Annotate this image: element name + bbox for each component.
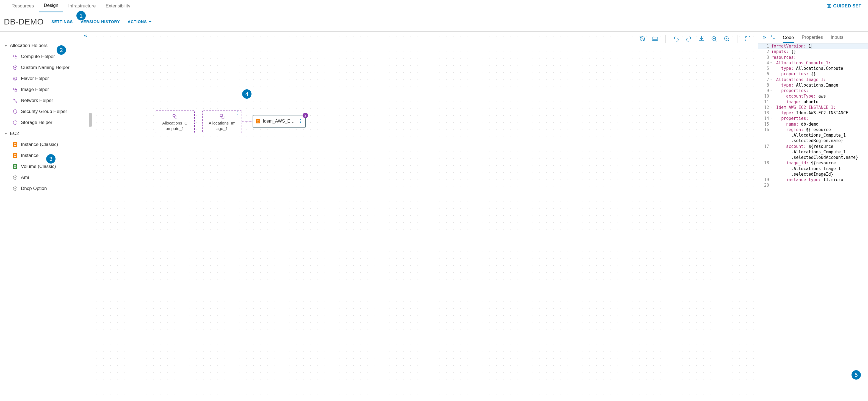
- flavor-helper-icon: [13, 76, 18, 81]
- image-helper-icon: [13, 87, 18, 92]
- palette-item-label: Instance (Classic): [21, 142, 58, 147]
- svg-point-16: [175, 116, 177, 118]
- palette-item-label: Security Group Helper: [21, 109, 67, 114]
- section-allocation-helpers[interactable]: Allocation Helpers: [0, 40, 91, 51]
- cube-icon: [13, 175, 18, 180]
- palette-item-storage-helper[interactable]: Storage Helper: [0, 117, 91, 128]
- caret-down-icon: [4, 133, 7, 136]
- design-canvas[interactable]: ⋮ Allocations_Compute_1 ⋮ Allocations_Im…: [91, 32, 758, 401]
- zoom-in-icon[interactable]: [711, 35, 717, 42]
- palette-item-ami[interactable]: Ami: [0, 172, 91, 183]
- node-label: Allocations_Image_1: [204, 120, 240, 131]
- node-menu-icon[interactable]: ⋮: [188, 112, 192, 114]
- canvas-toolbar: [638, 32, 753, 46]
- expand-icon[interactable]: [770, 35, 775, 40]
- code-editor[interactable]: 1formatVersion: 12inputs: {}3▾resources:…: [758, 43, 868, 401]
- palette-item-label: Instance: [21, 153, 38, 158]
- section-label: Allocation Helpers: [10, 43, 48, 49]
- svg-point-3: [13, 77, 17, 80]
- map-icon: [827, 4, 832, 8]
- palette-item-label: Volume (Classic): [21, 164, 56, 169]
- palette-item-dhcp-option[interactable]: Dhcp Option: [0, 183, 91, 194]
- canvas-scrollbar-thumb[interactable]: [90, 113, 92, 127]
- instance-icon: [13, 153, 17, 158]
- palette-item-volume-classic[interactable]: Volume (Classic): [0, 161, 91, 172]
- cube-icon: [13, 186, 18, 191]
- tab-infrastructure[interactable]: Infrastructure: [63, 0, 101, 12]
- node-label: Idem_AWS_EC...: [263, 119, 296, 124]
- version-history-link[interactable]: VERSION HISTORY: [81, 20, 120, 24]
- palette-item-instance-classic[interactable]: Instance (Classic): [0, 139, 91, 150]
- title-bar: DB-DEMO SETTINGS VERSION HISTORY ACTIONS…: [0, 12, 868, 32]
- volume-icon: [13, 164, 17, 169]
- top-nav: Resources Design Infrastructure Extensib…: [0, 0, 868, 12]
- svg-rect-12: [652, 37, 658, 40]
- section-label: EC2: [10, 131, 19, 136]
- callout-5: 5: [851, 370, 861, 379]
- svg-point-10: [14, 165, 16, 166]
- redo-icon[interactable]: [685, 35, 692, 42]
- tab-design[interactable]: Design: [39, 0, 63, 12]
- code-panel: Code Properties Inputs 1formatVersion: 1…: [758, 32, 868, 401]
- zoom-out-icon[interactable]: [723, 35, 730, 42]
- palette-item-label: Flavor Helper: [21, 76, 49, 81]
- security-helper-icon: [13, 109, 18, 114]
- node-menu-icon[interactable]: ⋮: [298, 120, 303, 122]
- code-tab-properties[interactable]: Properties: [802, 35, 823, 40]
- settings-link[interactable]: SETTINGS: [52, 20, 73, 24]
- palette-item-compute-helper[interactable]: Compute Helper: [0, 51, 91, 62]
- callout-4: 4: [242, 89, 251, 99]
- tab-resources[interactable]: Resources: [7, 0, 39, 12]
- palette-item-custom-naming[interactable]: Custom Naming Helper: [0, 62, 91, 73]
- code-tab-code[interactable]: Code: [783, 35, 794, 43]
- node-idem-aws-ec2[interactable]: Idem_AWS_EC... ⋮ 2: [253, 115, 306, 127]
- palette-item-label: Ami: [21, 175, 29, 180]
- undo-icon[interactable]: [673, 35, 679, 42]
- palette-item-label: Custom Naming Helper: [21, 65, 69, 70]
- download-icon[interactable]: [698, 35, 705, 42]
- compute-helper-icon: [13, 54, 18, 59]
- palette-item-security-group-helper[interactable]: Security Group Helper: [0, 106, 91, 117]
- svg-point-2: [14, 78, 16, 80]
- palette-item-label: Image Helper: [21, 87, 49, 92]
- svg-rect-8: [14, 144, 16, 146]
- palette-item-flavor-helper[interactable]: Flavor Helper: [0, 73, 91, 84]
- callout-3: 3: [46, 154, 56, 163]
- double-chevron-right-icon[interactable]: [762, 35, 767, 40]
- node-allocations-image[interactable]: ⋮ Allocations_Image_1: [202, 110, 242, 133]
- palette-item-label: Dhcp Option: [21, 186, 47, 191]
- network-helper-icon: [13, 98, 18, 103]
- resource-palette: Allocation Helpers 2 Compute Helper Cust…: [0, 32, 91, 401]
- workspace: Allocation Helpers 2 Compute Helper Cust…: [0, 32, 868, 401]
- palette-item-label: Storage Helper: [21, 120, 52, 125]
- svg-rect-9: [14, 155, 16, 157]
- palette-item-label: Compute Helper: [21, 54, 55, 59]
- palette-item-network-helper[interactable]: Network Helper: [0, 95, 91, 106]
- node-label: Allocations_Compute_1: [157, 120, 193, 131]
- image-helper-icon: [204, 113, 240, 119]
- node-badge: 2: [303, 113, 308, 118]
- svg-point-1: [15, 56, 17, 59]
- code-panel-header: Code Properties Inputs: [758, 32, 868, 43]
- cube-icon: [13, 65, 18, 70]
- storage-helper-icon: [13, 120, 18, 125]
- palette-item-image-helper[interactable]: Image Helper: [0, 84, 91, 95]
- fullscreen-icon[interactable]: [745, 35, 751, 42]
- instance-icon: [256, 119, 260, 123]
- code-tab-inputs[interactable]: Inputs: [831, 35, 843, 40]
- tab-extensibility[interactable]: Extensibility: [101, 0, 135, 12]
- node-allocations-compute[interactable]: ⋮ Allocations_Compute_1: [155, 110, 195, 133]
- svg-rect-19: [257, 120, 259, 122]
- callout-2: 2: [57, 45, 66, 55]
- node-menu-icon[interactable]: ⋮: [235, 112, 239, 114]
- actions-menu[interactable]: ACTIONS: [128, 20, 151, 24]
- caret-down-icon: [4, 45, 7, 48]
- palette-item-instance[interactable]: Instance: [0, 150, 91, 161]
- palette-collapse[interactable]: [0, 32, 91, 40]
- section-ec2[interactable]: EC2: [0, 128, 91, 139]
- guided-setup-link[interactable]: GUIDED SET: [827, 4, 861, 8]
- keyboard-icon[interactable]: [652, 35, 658, 42]
- visibility-toggle-icon[interactable]: [639, 35, 646, 42]
- template-title: DB-DEMO: [4, 17, 44, 26]
- connector-top: [173, 104, 278, 104]
